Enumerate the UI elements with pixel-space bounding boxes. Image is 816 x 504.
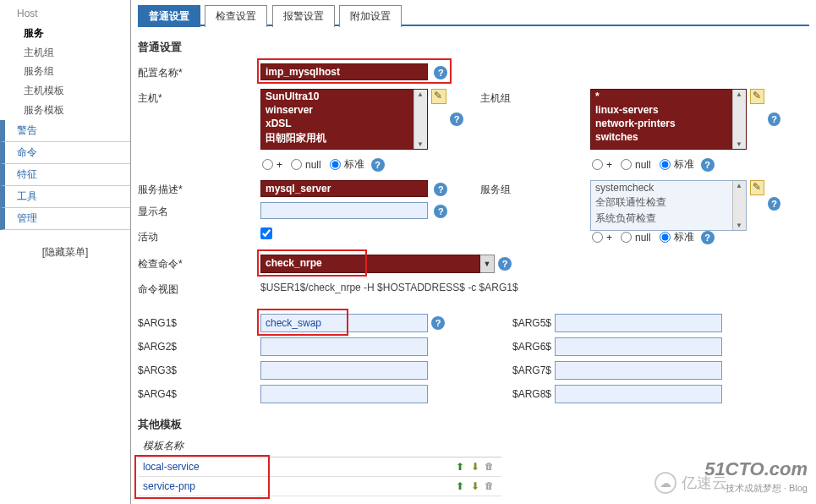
main-panel: 普通设置 检查设置 报警设置 附加设置 普通设置 配置名称 ? 主机 bbox=[131, 0, 816, 504]
display-name-input[interactable] bbox=[260, 202, 428, 219]
help-icon[interactable]: ? bbox=[701, 158, 715, 172]
label-display-name: 显示名 bbox=[138, 202, 260, 219]
arg7-input[interactable] bbox=[555, 361, 722, 380]
arg6-input[interactable] bbox=[555, 337, 722, 356]
tab-check[interactable]: 检查设置 bbox=[205, 5, 267, 27]
sidebar-host-label: Host bbox=[0, 4, 130, 24]
help-icon[interactable]: ? bbox=[768, 112, 780, 126]
scrollbar[interactable] bbox=[413, 90, 427, 149]
radio-hostgroup-mode: + null 标准 ? bbox=[590, 157, 780, 172]
arg2-label: $ARG2$ bbox=[138, 341, 260, 353]
arg7-label: $ARG7$ bbox=[445, 364, 555, 376]
arg4-label: $ARG4$ bbox=[138, 388, 260, 400]
chevron-down-icon[interactable]: ▼ bbox=[479, 255, 495, 273]
arg1-label: $ARG1$ bbox=[138, 317, 260, 329]
arg5-label: $ARG5$ bbox=[445, 317, 555, 329]
label-service-desc: 服务描述 bbox=[138, 180, 260, 197]
hostgroup-listbox[interactable]: * linux-servers network-printers switche… bbox=[590, 89, 747, 150]
radio-plus[interactable] bbox=[592, 159, 603, 170]
arg5-input[interactable] bbox=[555, 314, 722, 332]
label-cmd-view: 命令视图 bbox=[138, 280, 260, 297]
help-icon[interactable]: ? bbox=[434, 183, 447, 196]
arg3-label: $ARG3$ bbox=[138, 364, 260, 376]
radio-null[interactable] bbox=[621, 232, 632, 243]
arg8-label: $ARG8$ bbox=[445, 388, 555, 400]
template-row: service-pnp ⬆ ⬇ 🗑 bbox=[138, 477, 501, 496]
template-name-link[interactable]: service-pnp bbox=[138, 477, 449, 496]
sidebar-cat-manage[interactable]: 管理 bbox=[0, 208, 130, 230]
radio-standard[interactable] bbox=[660, 232, 671, 243]
help-icon[interactable]: ? bbox=[498, 257, 512, 271]
label-host: 主机 bbox=[138, 89, 260, 106]
sidebar-item-service[interactable]: 服务 bbox=[0, 24, 130, 43]
help-icon[interactable]: ? bbox=[431, 316, 445, 330]
label-check-cmd: 检查命令 bbox=[138, 255, 260, 271]
tab-general[interactable]: 普通设置 bbox=[138, 5, 200, 27]
label-config-name: 配置名称 bbox=[138, 63, 260, 80]
label-hostgroup: 主机组 bbox=[480, 89, 590, 106]
arg8-input[interactable] bbox=[555, 385, 722, 403]
template-row: local-service ⬆ ⬇ 🗑 bbox=[138, 457, 501, 477]
templates-col-head: 模板名称 bbox=[138, 436, 501, 457]
active-checkbox[interactable] bbox=[260, 227, 272, 239]
sidebar-cat-alert[interactable]: 警告 bbox=[0, 120, 130, 142]
watermark: 51CTO.com 技术成就梦想 · Blog bbox=[704, 457, 808, 494]
service-desc-input[interactable] bbox=[260, 180, 428, 197]
scrollbar[interactable] bbox=[732, 90, 746, 149]
radio-standard[interactable] bbox=[660, 159, 671, 170]
template-name-link[interactable]: local-service bbox=[138, 457, 449, 476]
host-listbox[interactable]: SunUltra10 winserver xDSL 田朝阳家用机 bbox=[260, 89, 428, 150]
radio-servicegroup-mode: + null 标准 ? bbox=[590, 230, 780, 244]
label-servicegroup: 服务组 bbox=[480, 180, 590, 197]
servicegroup-listbox[interactable]: systemcheck 全部联通性检查 系统负荷检查 bbox=[590, 180, 747, 231]
sidebar-item-servicetemplate[interactable]: 服务模板 bbox=[0, 101, 130, 120]
help-icon[interactable]: ? bbox=[450, 112, 463, 126]
move-down-icon[interactable]: ⬇ bbox=[469, 480, 481, 492]
radio-plus[interactable] bbox=[262, 159, 273, 170]
section-general-title: 普通设置 bbox=[138, 26, 809, 63]
edit-icon[interactable] bbox=[750, 89, 764, 104]
sidebar-cat-command[interactable]: 命令 bbox=[0, 142, 130, 164]
radio-standard[interactable] bbox=[330, 159, 341, 170]
arg6-label: $ARG6$ bbox=[445, 341, 555, 353]
radio-null[interactable] bbox=[291, 159, 302, 170]
radio-plus[interactable] bbox=[592, 232, 603, 243]
sidebar-cat-tool[interactable]: 工具 bbox=[0, 186, 130, 208]
config-name-input[interactable] bbox=[260, 63, 428, 80]
radio-host-mode: + null 标准 ? bbox=[260, 157, 480, 172]
scrollbar[interactable] bbox=[732, 181, 746, 230]
cmd-view-text: $USER1$/check_nrpe -H $HOSTADDRESS$ -c $… bbox=[260, 280, 518, 295]
templates-section-title: 其他模板 bbox=[138, 417, 809, 436]
hide-menu-link[interactable]: [隐藏菜单] bbox=[0, 245, 130, 260]
move-down-icon[interactable]: ⬇ bbox=[469, 461, 481, 473]
sidebar-cat-feature[interactable]: 特征 bbox=[0, 164, 130, 186]
cloud-icon: ☁ bbox=[654, 472, 676, 494]
radio-null[interactable] bbox=[621, 159, 632, 170]
edit-icon[interactable] bbox=[431, 89, 446, 104]
help-icon[interactable]: ? bbox=[434, 205, 447, 218]
arg1-input[interactable] bbox=[260, 314, 428, 332]
arg4-input[interactable] bbox=[260, 385, 428, 403]
delete-icon[interactable]: 🗑 bbox=[485, 461, 496, 473]
delete-icon[interactable]: 🗑 bbox=[485, 480, 496, 492]
tab-alarm[interactable]: 报警设置 bbox=[272, 5, 335, 27]
tab-extra[interactable]: 附加设置 bbox=[339, 5, 402, 27]
check-cmd-select[interactable]: check_nrpe bbox=[260, 255, 480, 273]
sidebar-item-hostgroup[interactable]: 主机组 bbox=[0, 43, 130, 63]
move-up-icon[interactable]: ⬆ bbox=[454, 480, 466, 492]
help-icon[interactable]: ? bbox=[768, 197, 780, 211]
label-active: 活动 bbox=[138, 227, 260, 244]
help-icon[interactable]: ? bbox=[701, 231, 715, 244]
sidebar-item-servicegroup[interactable]: 服务组 bbox=[0, 62, 130, 81]
edit-icon[interactable] bbox=[750, 180, 764, 195]
arg2-input[interactable] bbox=[260, 337, 428, 356]
sidebar: Host 服务 主机组 服务组 主机模板 服务模板 警告 命令 特征 工具 管理… bbox=[0, 0, 131, 504]
tab-bar: 普通设置 检查设置 报警设置 附加设置 bbox=[138, 4, 809, 26]
move-up-icon[interactable]: ⬆ bbox=[454, 461, 466, 473]
help-icon[interactable]: ? bbox=[371, 158, 385, 172]
help-icon[interactable]: ? bbox=[434, 66, 447, 79]
sidebar-item-hosttemplate[interactable]: 主机模板 bbox=[0, 81, 130, 101]
arg3-input[interactable] bbox=[260, 361, 428, 380]
